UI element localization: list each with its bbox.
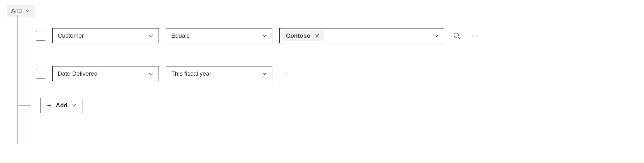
operator-dropdown[interactable]: This fiscal year	[166, 66, 272, 81]
add-row: ＋ Add	[17, 93, 640, 118]
more-icon: ···	[472, 32, 479, 39]
remove-tag-button[interactable]	[314, 33, 320, 39]
value-picker[interactable]: Contoso	[279, 28, 444, 43]
search-icon	[453, 32, 461, 40]
add-button[interactable]: ＋ Add	[40, 98, 82, 113]
chevron-down-icon	[261, 33, 268, 39]
chevron-down-icon	[148, 33, 154, 39]
group-operator-label: And	[11, 7, 22, 14]
add-label: Add	[56, 102, 68, 109]
chevron-down-icon	[261, 71, 268, 77]
row-more-button[interactable]: ···	[470, 30, 481, 41]
chevron-down-icon	[433, 33, 439, 39]
condition-row: Customer Equals Contoso	[17, 17, 640, 55]
chevron-down-icon	[148, 71, 154, 77]
chevron-down-icon	[24, 8, 31, 14]
value-tag: Contoso	[282, 30, 324, 41]
svg-point-0	[454, 33, 459, 37]
row-checkbox[interactable]	[36, 31, 45, 41]
group-operator-dropdown[interactable]: And	[7, 5, 35, 17]
value-tag-label: Contoso	[286, 32, 310, 39]
chevron-down-icon	[71, 102, 77, 109]
filter-builder-panel: And Customer Equals	[0, 0, 644, 163]
field-label: Customer	[58, 32, 84, 39]
field-dropdown[interactable]: Date Delivered	[52, 66, 159, 81]
field-dropdown[interactable]: Customer	[52, 28, 159, 43]
row-more-button[interactable]: ···	[279, 68, 291, 79]
operator-label: Equals	[171, 32, 190, 39]
more-icon: ···	[281, 70, 289, 77]
condition-row: Date Delivered This fiscal year ···	[17, 55, 640, 93]
operator-dropdown[interactable]: Equals	[166, 28, 272, 43]
search-button[interactable]	[451, 30, 463, 41]
condition-tree: Customer Equals Contoso	[17, 17, 640, 118]
plus-icon: ＋	[46, 102, 53, 109]
field-label: Date Delivered	[58, 70, 98, 77]
operator-label: This fiscal year	[171, 70, 211, 77]
row-checkbox[interactable]	[36, 69, 45, 78]
